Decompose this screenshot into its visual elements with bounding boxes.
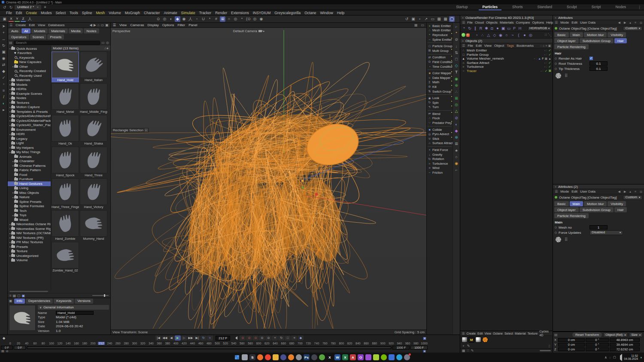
asset-thumb-hand_three_fingers[interactable]: Hand_Three_Fingers [52,178,79,209]
toolbar-icon-6[interactable]: ▫ [194,16,200,22]
octane-menu-file[interactable]: File [467,21,473,24]
octane-tool-icon-0[interactable]: * [462,26,467,30]
tree-item-animals[interactable]: Animals [8,154,51,159]
thumb-view-icon[interactable]: ▣ [22,294,25,298]
coord-rot-field[interactable]: 0 ° [586,338,609,342]
menu-animate[interactable]: Animate [164,11,177,15]
objects-menu-tags[interactable]: Tags [507,44,514,48]
tree-item-nm-textures-octane-[interactable]: ●NM Textures (OCTANE) [8,231,51,236]
palette-item-turn[interactable]: ↰Turn [427,105,453,110]
attr-tab-visibility[interactable]: Visibility [608,32,626,37]
asset-thumb-hand_spock[interactable]: Hand_Spock [52,147,79,178]
frame-tick[interactable]: 420 [180,342,188,345]
palette-strip-icon-7[interactable]: T [455,69,458,75]
palette-item-math[interactable]: ΣMath [427,80,453,85]
record-position-button[interactable]: ⊙ [259,335,265,341]
layout-overflow-icon[interactable]: ⋮ [637,5,642,9]
tree-item-spline-presets[interactable]: Spline Presets [8,199,51,204]
octane-tool-icon-7[interactable]: ▣ [501,26,506,30]
taskbar-app-blue[interactable] [389,354,395,360]
toolbar-right-icon-3[interactable]: ↗ [423,16,429,22]
toolbar-icon-11[interactable]: ○ [226,16,232,22]
octane-grid-icon-0[interactable]: ∷ [545,33,547,37]
viewport-toggle-icon[interactable]: ▦ [414,23,418,27]
taskbar-app-dark[interactable] [280,354,286,360]
palette-item-data-mapper[interactable]: ≈Data Mapper [427,75,453,80]
asset-nav-icon-1[interactable]: ▶ [94,23,96,27]
layout-tab-nodes[interactable]: Nodes [608,4,633,10]
palette-strip-icon-17[interactable]: ⊕ [455,135,458,140]
objects-menu-view[interactable]: View [484,44,492,48]
taskbar-blender[interactable] [288,354,294,360]
coord-pos-field[interactable]: 0 cm [558,347,585,351]
tree-item-new-capsules[interactable]: New Capsules [8,60,51,65]
tree-item-furniture[interactable]: Furniture [8,177,51,182]
asset-menu-create[interactable]: Create [15,23,26,27]
layout-tab-startup[interactable]: Startup [449,4,475,10]
render-stop-button[interactable] [466,33,470,37]
palette-strip-icon-3[interactable]: ↓ [456,44,458,49]
frame-tick[interactable]: 600 [255,342,263,345]
palette-strip-icon-9[interactable]: ⊕ [455,83,458,88]
toolbar-icon-15[interactable]: ◎ [252,16,258,22]
frame-tick[interactable]: 320 [139,342,147,345]
tree-item-hdri[interactable]: ●HDRI [8,132,51,137]
octane-object-icon-2[interactable]: △ [486,33,491,37]
enable-dots-icon[interactable]: ∶ [546,66,547,68]
material-sphere-1[interactable] [462,337,468,343]
close-icon[interactable]: × [462,39,464,42]
objects-panel-icon-3[interactable]: ▣ [548,44,551,48]
enabled-check-icon[interactable]: ✓ [548,53,551,57]
asset-thumb-hand_shaka[interactable]: Hand_Shaka [80,115,107,146]
asset-thumb-hand_middle_finger[interactable]: Hand_Middle_Finger [80,83,107,114]
toolbar-icon-10[interactable]: ⊞ [220,16,225,22]
record-rotation-button[interactable]: + [272,335,278,341]
viewport-menu-display[interactable]: Display [148,23,159,27]
enable-dots-icon[interactable]: ∶ [536,58,537,60]
preset-dropdown[interactable]: Custom▾ [623,195,642,200]
play-button[interactable]: ▶ [175,335,181,341]
menu-volume[interactable]: Volume [109,11,121,15]
asset-tab-materials[interactable]: Materials [49,28,67,33]
attr-tab-main[interactable]: Main [570,32,583,37]
menu-render[interactable]: Render [215,11,227,15]
attr-dropdown[interactable]: Disabled▾ [589,230,623,235]
frame-tick[interactable]: 120 [56,342,64,345]
tree-item-chinese-patterns[interactable]: ●Chinese Patterns [8,163,51,168]
taskbar-app-lime[interactable] [373,354,379,360]
tool-strip-icon-13[interactable]: ▸ [0,107,6,113]
palette-strip-icon-16[interactable]: ◆ [455,128,458,133]
tree-hscrollbar[interactable] [9,291,109,293]
tool-strip-icon-4[interactable]: ▣ [0,49,6,55]
menu-window[interactable]: Window [320,11,333,15]
frame-tick[interactable]: 480 [205,342,213,345]
taskbar-chrome[interactable] [265,354,271,360]
menu-octane[interactable]: Octane [304,11,316,15]
asset-menu-edit[interactable]: Edit [29,23,35,27]
materials-menu-select[interactable]: Select [504,332,513,335]
attr-tab-object-layer[interactable]: Object layer [554,38,579,43]
param-toggle-icon[interactable] [555,68,557,70]
frame-tick[interactable]: 720 [304,342,313,345]
palette-strip-icon-15[interactable]: ◐ [455,122,457,127]
frame-tick[interactable]: 540 [230,342,238,345]
attr-menu-mode[interactable]: Mode [560,190,569,193]
thumbnail-size-slider[interactable] [92,295,109,296]
tool-strip-icon-2[interactable]: ↔ [0,36,6,42]
taskbar-app-notify[interactable] [404,354,410,360]
attr-tab-motion-blur[interactable]: Motion blur [584,32,607,37]
frame-tick[interactable]: 780 [329,342,337,345]
bottom-slider[interactable] [540,350,551,351]
coord-rot-field[interactable]: 0 ° [586,343,609,347]
palette-item-reproduce[interactable]: *Reproduce [427,33,453,37]
tree-item-nature[interactable]: ●Nature [8,195,51,200]
attr-tab-motion-blur[interactable]: Motion blur [584,201,607,206]
palette-strip-icon-8[interactable]: ◉ [455,76,458,81]
tool-strip-icon-6[interactable]: ⇄ [0,62,6,68]
tool-strip-icon-11[interactable]: / [0,94,6,100]
menu-icon[interactable]: ☰ [113,23,116,27]
attr-nav-icon-3[interactable]: ≡ [635,21,636,24]
play-sound-button[interactable]: ▷ [181,335,187,341]
frame-tick[interactable]: 920 [387,342,395,345]
toolbar-icon-5[interactable]: 人 [188,16,193,22]
